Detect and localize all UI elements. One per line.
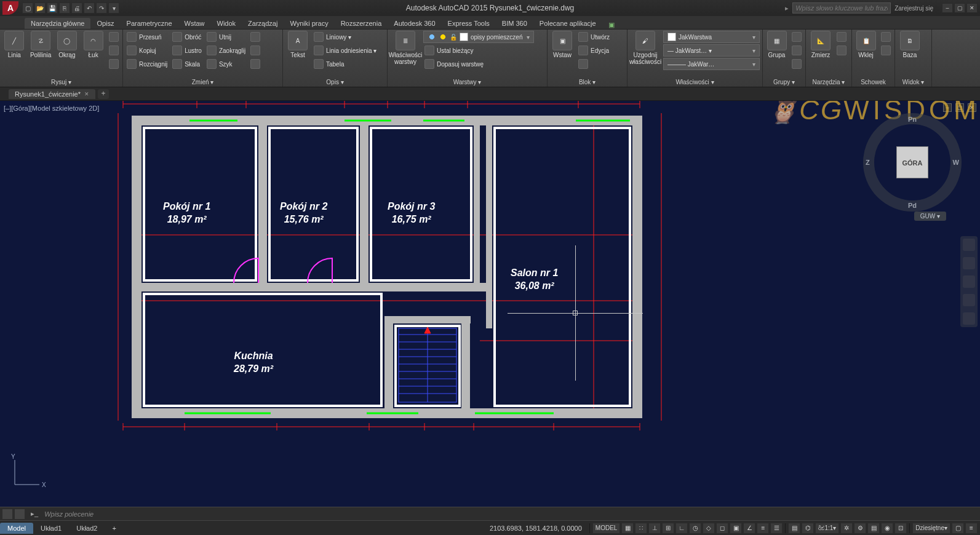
lineweight-combo[interactable]: — JakWarst… ▾ xyxy=(663,44,760,57)
qat-undo-icon[interactable]: ↶ xyxy=(84,2,95,14)
status-hw-icon[interactable]: ◉ xyxy=(881,523,893,534)
status-custom-icon[interactable]: ≡ xyxy=(965,523,978,534)
panel-title-draw[interactable]: Rysuj ▾ xyxy=(2,77,120,87)
tool-matchprops[interactable]: 🖌Uzgodnij właściwości xyxy=(630,31,661,65)
tool-text[interactable]: ATekst xyxy=(285,31,310,58)
qat-save-icon[interactable]: 💾 xyxy=(47,2,58,14)
tool-leader[interactable]: Linia odniesienia ▾ xyxy=(313,44,378,57)
tool-measure[interactable]: 📐Zmierz xyxy=(808,31,833,58)
ribbon-tab-express[interactable]: Express Tools xyxy=(442,18,496,29)
ribbon-tab-insert[interactable]: Wstaw xyxy=(178,18,211,29)
status-qp-icon[interactable]: ▤ xyxy=(788,523,800,534)
nav-zoom-icon[interactable] xyxy=(963,275,975,288)
panel-title-layers[interactable]: Warstwy ▾ xyxy=(390,77,544,87)
tool-move[interactable]: Przesuń xyxy=(125,31,169,43)
tool-scale[interactable]: Skala xyxy=(171,58,203,70)
new-layout-button[interactable]: + xyxy=(105,523,123,534)
panel-title-view[interactable]: Widok ▾ xyxy=(898,77,929,87)
nav-wheel-icon[interactable] xyxy=(963,239,975,251)
ribbon-tab-bim360[interactable]: BIM 360 xyxy=(496,18,533,29)
minimize-button[interactable]: – xyxy=(942,3,953,13)
tool-mirror[interactable]: Lustro xyxy=(171,44,203,57)
qat-new-icon[interactable]: ▢ xyxy=(22,2,33,14)
qat-more-icon[interactable]: ▾ xyxy=(108,2,119,14)
ribbon-tab-manage[interactable]: Zarządzaj xyxy=(242,18,284,29)
tool-block-attrib[interactable] xyxy=(577,58,611,70)
status-infer-icon[interactable]: ⊥ xyxy=(648,523,661,534)
tool-fillet[interactable]: Zaokrąglij xyxy=(205,44,247,57)
ribbon-tab-view[interactable]: Widok xyxy=(211,18,242,29)
status-ip-icon[interactable]: ⊡ xyxy=(894,523,907,534)
status-dyn-icon[interactable]: ⊞ xyxy=(662,523,674,534)
tab-layout1[interactable]: Układ1 xyxy=(33,523,69,534)
command-line[interactable]: ▸_ Wpisz polecenie xyxy=(0,507,980,520)
status-annoscale[interactable]: 🙵 1:1 ▾ xyxy=(815,523,839,534)
panel-title-block[interactable]: Blok ▾ xyxy=(550,77,624,87)
tool-block-edit[interactable]: Edycja xyxy=(577,44,611,57)
ribbon-tab-annotate[interactable]: Opisz xyxy=(90,18,120,29)
tool-dim-linear[interactable]: Liniowy ▾ xyxy=(313,31,378,43)
search-help-input[interactable] xyxy=(792,2,891,14)
tool-copy[interactable]: Kopiuj xyxy=(125,44,169,57)
tool-rotate[interactable]: Obróć xyxy=(171,31,203,43)
qat-saveas-icon[interactable]: ⎘ xyxy=(59,2,70,14)
status-modelspace[interactable]: MODEL xyxy=(592,523,621,534)
new-tab-button[interactable]: + xyxy=(98,89,109,99)
util-x2[interactable] xyxy=(835,44,848,57)
clip-x1[interactable] xyxy=(880,31,892,43)
tool-layer-props[interactable]: ≣Właściwości warstwy xyxy=(390,31,421,65)
ribbon-tab-output[interactable]: Wyniki pracy xyxy=(284,18,334,29)
status-units[interactable]: Dziesiętne ▾ xyxy=(912,523,950,534)
wcs-dropdown[interactable]: GUW ▾ xyxy=(914,212,946,221)
qat-redo-icon[interactable]: ↷ xyxy=(96,2,107,14)
ribbon-tab-addins[interactable]: Rozszerzenia xyxy=(335,18,388,29)
nav-showmotion-icon[interactable] xyxy=(963,312,975,325)
cmd-recent-icon[interactable] xyxy=(15,509,25,519)
cmd-history-icon[interactable] xyxy=(2,509,12,519)
ribbon-tab-apps[interactable]: Polecane aplikacje xyxy=(533,18,602,29)
file-tab[interactable]: Rysunek1_ćwiczenie*✕ xyxy=(9,89,95,99)
tab-layout2[interactable]: Układ2 xyxy=(69,523,105,534)
status-ws-icon[interactable]: ⚙ xyxy=(854,523,866,534)
apps-store-icon[interactable]: ▣ xyxy=(608,21,615,29)
ribbon-tab-a360[interactable]: Autodesk 360 xyxy=(388,18,441,29)
drawing-canvas[interactable]: [–][Góra][Model szkieletowy 2D] – ▢ ✕ 🦉C… xyxy=(0,101,980,507)
status-grid-icon[interactable]: ▦ xyxy=(621,523,634,534)
tool-paste[interactable]: 📋Wklej xyxy=(855,31,877,58)
status-ortho-icon[interactable]: ∟ xyxy=(675,523,688,534)
status-clean-icon[interactable]: ▢ xyxy=(952,523,964,534)
panel-title-utils[interactable]: Narzędzia ▾ xyxy=(808,77,849,87)
viewcube-west[interactable]: Z xyxy=(866,159,870,166)
signin-link[interactable]: Zarejestruj się xyxy=(894,5,933,12)
tool-mod-x3[interactable] xyxy=(249,58,261,70)
tool-misc2[interactable] xyxy=(108,44,120,57)
tool-layer-match[interactable]: Dopasuj warstwę xyxy=(423,58,544,70)
panel-title-groups[interactable]: Grupy ▾ xyxy=(765,77,803,87)
layer-combo[interactable]: 🔓opisy pomieszczeń xyxy=(423,31,534,43)
tool-mod-x2[interactable] xyxy=(249,44,261,57)
tool-trim[interactable]: Utnij xyxy=(205,31,247,43)
app-menu-button[interactable]: A xyxy=(2,1,18,15)
status-snap-icon[interactable]: ∷ xyxy=(635,523,647,534)
close-tab-icon[interactable]: ✕ xyxy=(84,91,89,97)
tool-arc[interactable]: ◠Łuk xyxy=(81,31,105,58)
status-iso-icon[interactable]: ◇ xyxy=(703,523,715,534)
viewcube-south[interactable]: Pd xyxy=(908,202,917,209)
ribbon-tab-home[interactable]: Narzędzia główne xyxy=(25,18,90,29)
group-x3[interactable] xyxy=(791,58,803,70)
viewcube[interactable]: GÓRA Pn Pd W Z xyxy=(863,113,962,212)
close-button[interactable]: ✕ xyxy=(966,3,978,13)
panel-title-properties[interactable]: Właściwości ▾ xyxy=(630,77,760,87)
viewcube-top-face[interactable]: GÓRA xyxy=(896,146,928,178)
panel-title-modify[interactable]: Zmień ▾ xyxy=(125,77,280,87)
status-osnap-icon[interactable]: ◻ xyxy=(716,523,728,534)
tool-array[interactable]: Szyk xyxy=(205,58,247,70)
viewcube-east[interactable]: W xyxy=(953,159,959,166)
tool-line[interactable]: ╱Linia xyxy=(2,31,26,58)
tool-circle[interactable]: ◯Okrąg xyxy=(55,31,79,58)
clip-x2[interactable] xyxy=(880,44,892,57)
tool-polyline[interactable]: ☡Polilinia xyxy=(29,31,53,58)
ribbon-tab-parametric[interactable]: Parametryczne xyxy=(121,18,178,29)
status-3dosnap-icon[interactable]: ▣ xyxy=(730,523,742,534)
maximize-button[interactable]: ▢ xyxy=(954,3,965,13)
